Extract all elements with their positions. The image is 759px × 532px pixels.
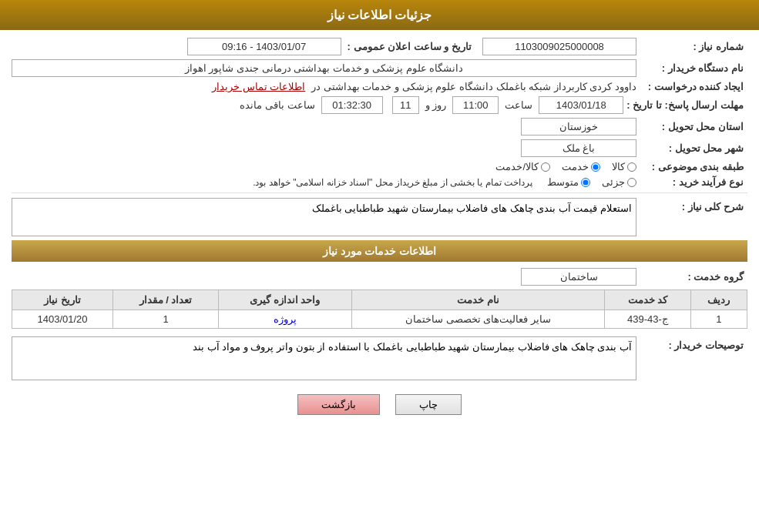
radio-kala[interactable]: کالا xyxy=(612,161,636,172)
ijad-konande-value: داوود کردی کاربرداز شبکه باغملک دانشگاه … xyxy=(311,81,636,92)
ijad-konande-link[interactable]: اطلاعات تماس خریدار xyxy=(212,81,305,92)
radio-khedmat-label: خدمت xyxy=(562,161,589,172)
radio-khedmat[interactable]: خدمت xyxy=(562,161,600,172)
shomara-niaz-value: 1103009025000008 xyxy=(482,38,636,55)
mohlat-time-value: 11:00 xyxy=(452,96,499,114)
sharh-koli-label: شرح کلی نیاز : xyxy=(640,198,747,212)
tabaqe-label: طبقه بندی موضوعی : xyxy=(640,161,747,172)
radio-kala-label: کالا xyxy=(612,161,625,172)
back-button[interactable]: بازگشت xyxy=(297,394,380,415)
nooe-farayand-label: نوع فرآیند خرید : xyxy=(640,176,747,188)
shahr-label: شهر محل تحویل : xyxy=(640,142,747,154)
col-tedad: تعداد / مقدار xyxy=(113,290,219,310)
col-code: کد خدمت xyxy=(605,290,690,310)
radio-motovaset-label: متوسط xyxy=(547,176,579,188)
ijad-konande-label: ایجاد کننده درخواست : xyxy=(640,81,747,92)
mohlat-baqi-value: 01:32:30 xyxy=(321,96,383,114)
radio-jozvi[interactable]: جزئی xyxy=(602,176,636,188)
farayand-note: پرداخت تمام یا بخشی از مبلغ خریداز محل "… xyxy=(253,177,532,188)
col-tarikh: تاریخ نیاز xyxy=(12,290,113,310)
col-vahed: واحد اندازه گیری xyxy=(218,290,351,310)
services-table: ردیف کد خدمت نام خدمت واحد اندازه گیری ت… xyxy=(12,289,747,329)
print-button[interactable]: چاپ xyxy=(395,394,462,415)
table-row: 1ج-43-439سایر فعالیت‌های تخصصی ساختمانپر… xyxy=(12,310,747,329)
sharh-koli-value[interactable] xyxy=(12,198,636,236)
col-name: نام خدمت xyxy=(351,290,604,310)
radio-motovaset-input[interactable] xyxy=(581,178,590,187)
mohlat-date: 1403/01/18 xyxy=(539,96,623,114)
tarikh-value: 1403/01/07 - 09:16 xyxy=(187,38,341,55)
radio-jozvi-label: جزئی xyxy=(602,176,625,188)
radio-motovaset[interactable]: متوسط xyxy=(547,176,590,188)
mohlat-time-label: ساعت xyxy=(505,99,532,111)
description-label: توصیحات خریدار : xyxy=(640,336,747,351)
radio-jozvi-input[interactable] xyxy=(627,178,636,187)
mohlat-baqi-label: ساعت باقی مانده xyxy=(240,99,314,111)
radio-kala-khedmat-label: کالا/خدمت xyxy=(495,161,539,172)
ostan-label: استان محل تحویل : xyxy=(640,121,747,132)
description-value[interactable] xyxy=(12,336,636,380)
ostan-value: خوزستان xyxy=(521,118,636,136)
mohlat-label: مهلت ارسال پاسخ: تا تاریخ : xyxy=(626,99,747,111)
radio-khedmat-input[interactable] xyxy=(591,162,600,172)
radio-kala-khedmat-input[interactable] xyxy=(541,162,550,172)
group-khedmat-value: ساختمان xyxy=(521,268,636,286)
tarikh-label: تاریخ و ساعت اعلان عمومی : xyxy=(348,41,472,52)
page-title: جزئیات اطلاعات نیاز xyxy=(0,0,759,30)
col-radif: ردیف xyxy=(690,290,747,310)
shahr-value: باغ ملک xyxy=(521,139,636,157)
radio-kala-khedmat[interactable]: کالا/خدمت xyxy=(495,161,550,172)
shomara-niaz-label: شماره نیاز : xyxy=(640,41,747,52)
mohlat-rooz-value: 11 xyxy=(392,96,419,114)
radio-kala-input[interactable] xyxy=(627,162,636,172)
nam-dastgah-label: نام دستگاه خریدار : xyxy=(640,62,747,74)
nam-dastgah-value: دانشگاه علوم پزشکی و خدمات بهداشتی درمان… xyxy=(12,59,636,77)
mohlat-rooz-label: روز و xyxy=(425,99,447,111)
services-title: اطلاعات خدمات مورد نیاز xyxy=(12,240,747,262)
group-khedmat-label: گروه خدمت : xyxy=(640,271,747,283)
